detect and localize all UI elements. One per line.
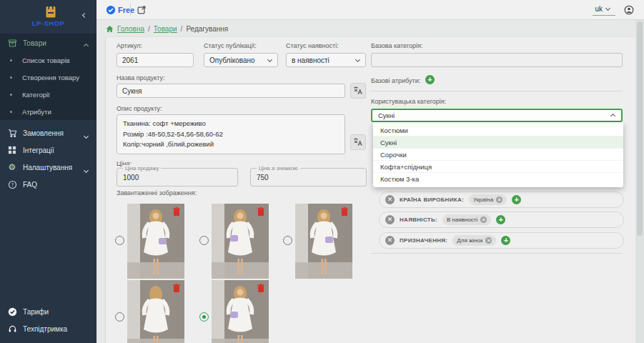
divider [371, 253, 623, 254]
main-image-radio[interactable] [199, 236, 209, 245]
chevron-down-icon [355, 56, 360, 61]
sidebar-header: LP-SHOP [0, 0, 96, 34]
bullet-icon [10, 111, 12, 113]
attribute-row-availability: ✕ НАЯВНІСТЬ: В наявності ✕ + [379, 212, 624, 228]
delete-image-icon[interactable] [257, 284, 264, 292]
topbar-divider [130, 4, 131, 16]
custom-category-value: Сукні [378, 111, 395, 119]
delete-image-icon[interactable] [341, 207, 348, 216]
custom-category-select[interactable]: Сукні [371, 109, 623, 122]
discount-price-label: Ціна зі знижкою [257, 165, 300, 172]
product-photo [127, 280, 184, 343]
main-image-radio[interactable] [283, 236, 292, 245]
chevron-up-icon [84, 41, 88, 49]
translate-button[interactable] [350, 134, 366, 150]
breadcrumb-home[interactable]: Головна [117, 25, 144, 33]
plan-badge[interactable]: Free [118, 6, 134, 14]
language-value: uk [595, 5, 603, 13]
attribute-value-chip: Україна ✕ [469, 194, 507, 205]
sku-label: Артикул: [117, 42, 142, 49]
product-photo [295, 204, 352, 279]
sale-price-label: Ціна продажу [123, 165, 161, 172]
attribute-value-chip: Для жінок ✕ [452, 235, 496, 246]
sidebar-item-label: Інтеграції [23, 146, 54, 154]
dropdown-option-selected[interactable]: Сукні [373, 136, 623, 149]
dropdown-option[interactable]: Костюм 3-ка [373, 173, 623, 185]
main-content: Головна / Товари / Редагування Артикул: … [96, 20, 644, 343]
breadcrumb-products[interactable]: Товари [154, 25, 177, 33]
open-storefront-icon[interactable] [137, 5, 147, 15]
headset-icon [7, 324, 17, 334]
remove-value-icon[interactable]: ✕ [480, 217, 487, 223]
sidebar-item-tariffs[interactable]: Тарифи [0, 303, 96, 320]
chevron-down-icon [84, 131, 88, 139]
attribute-name: НАЯВНІСТЬ: [400, 217, 437, 223]
divider [371, 91, 623, 91]
sku-input[interactable] [117, 53, 194, 67]
add-value-button[interactable]: + [496, 215, 505, 224]
account-icon[interactable] [624, 5, 634, 15]
add-base-attribute-button[interactable]: + [425, 75, 435, 84]
sidebar-item-support[interactable]: Техпідтримка [0, 320, 96, 337]
main-image-radio-selected[interactable] [199, 312, 209, 322]
sidebar-item-attributes[interactable]: Атрибути [0, 103, 96, 120]
sidebar-item-integrations[interactable]: Інтеграції [0, 141, 96, 159]
remove-attribute-icon[interactable]: ✕ [385, 215, 395, 224]
sidebar-item-categories[interactable]: Категорії [0, 86, 96, 103]
base-category-input[interactable] [371, 53, 623, 67]
help-icon: ? [7, 179, 17, 189]
dropdown-option[interactable]: Костюми [373, 124, 623, 136]
language-selector[interactable]: uk [595, 5, 610, 13]
attribute-name: КРАЇНА ВИРОБНИКА: [400, 197, 464, 203]
sidebar-item-product-list[interactable]: Список товарів [0, 51, 96, 69]
add-value-button[interactable]: + [512, 195, 521, 204]
scrollbar-thumb[interactable] [637, 21, 643, 236]
sidebar-collapse-button[interactable] [81, 7, 89, 16]
delete-image-icon[interactable] [173, 207, 180, 216]
sidebar-item-product-create[interactable]: Створення товару [0, 69, 96, 86]
sidebar-item-products[interactable]: Товари [0, 34, 96, 51]
cart-icon [7, 128, 17, 138]
add-value-button[interactable]: + [501, 236, 510, 245]
sidebar-item-label: FAQ [23, 181, 37, 189]
chevron-down-icon [267, 56, 272, 61]
translate-button[interactable] [350, 83, 366, 99]
translate-icon [353, 86, 363, 96]
product-name-label: Назва продукту: [117, 74, 164, 81]
product-edit-card: Артикул: Статус публікації: Опубліковано… [106, 37, 638, 343]
uploaded-images-label: Завантаженні зображення: [117, 189, 197, 197]
sale-price-field[interactable]: Ціна продажу 1000 [117, 168, 238, 187]
remove-value-icon[interactable]: ✕ [496, 197, 502, 203]
sidebar-item-faq[interactable]: ? FAQ [0, 176, 96, 193]
chevron-down-icon [605, 6, 610, 11]
stock-status-label: Статус наявності: [286, 42, 339, 49]
main-image-radio[interactable] [115, 236, 124, 245]
attribute-value-chip: В наявності ✕ [442, 214, 491, 225]
product-photo [212, 280, 269, 343]
description-textarea[interactable]: Тканина: софт +мереживо Розмір :48-50,52… [117, 114, 345, 154]
attribute-name: ПРИЗНАЧЕННЯ: [400, 237, 447, 244]
dropdown-option[interactable]: Кофта+спідниця [373, 161, 623, 173]
remove-attribute-icon[interactable]: ✕ [385, 236, 395, 245]
product-name-input[interactable] [117, 84, 345, 98]
attribute-row-country: ✕ КРАЇНА ВИРОБНИКА: Україна ✕ + [379, 192, 624, 208]
delete-image-icon[interactable] [257, 207, 264, 216]
main-image-radio[interactable] [115, 312, 124, 322]
base-category-label: Базова категорія: [371, 42, 422, 49]
sidebar-item-orders[interactable]: Замовлення [0, 124, 96, 141]
remove-attribute-icon[interactable]: ✕ [385, 195, 395, 204]
scrollbar[interactable] [635, 20, 644, 343]
delete-image-icon[interactable] [173, 284, 180, 292]
sidebar-item-label: Техпідтримка [23, 325, 67, 333]
publish-status-select[interactable]: Опубліковано [204, 53, 278, 67]
app-logo: LP-SHOP [0, 19, 96, 27]
discount-price-field[interactable]: Ціна зі знижкою 750 [250, 168, 367, 187]
stock-status-select[interactable]: в наявності [286, 53, 366, 67]
sidebar-item-settings[interactable]: ⚙ Налаштування [0, 159, 96, 176]
dropdown-option[interactable]: Сорочки [373, 149, 623, 161]
bullet-icon [10, 94, 12, 96]
remove-value-icon[interactable]: ✕ [485, 237, 492, 244]
sale-price-value: 1000 [123, 174, 139, 182]
sidebar-group-products: Товари Список товарів Створення товару К… [0, 34, 96, 120]
gear-icon: ⚙ [7, 162, 17, 172]
